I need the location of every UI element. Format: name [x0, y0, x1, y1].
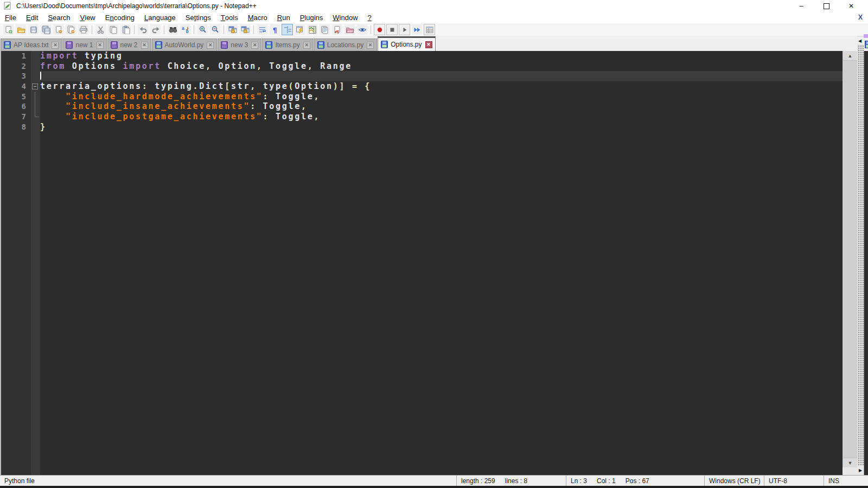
- paste-button[interactable]: [120, 24, 131, 35]
- menu-view[interactable]: View: [75, 12, 100, 23]
- code-line[interactable]: 6 "include_insane_achievements": Toggle,: [1, 101, 843, 112]
- vertical-scrollbar[interactable]: ▲ ▼: [843, 51, 857, 467]
- menu-plugins[interactable]: Plugins: [295, 12, 328, 23]
- saved-file-icon: [155, 41, 162, 49]
- fold-margin: [31, 71, 40, 81]
- macro-record-button[interactable]: [374, 24, 385, 35]
- menu-edit[interactable]: Edit: [21, 12, 43, 23]
- code-line[interactable]: 5 "include_hardmode_achievements": Toggl…: [1, 92, 843, 102]
- save-all-button[interactable]: [40, 24, 52, 35]
- menu-macro[interactable]: Macro: [243, 12, 272, 23]
- code-line[interactable]: 7 "include_postgame_achievements": Toggl…: [1, 112, 843, 122]
- save-all-icon: [42, 25, 50, 34]
- save-file-button[interactable]: [28, 24, 39, 35]
- copy-button[interactable]: [107, 24, 119, 35]
- code-editor[interactable]: 1import typing2from Options import Choic…: [0, 51, 843, 475]
- function-list-icon: f: [333, 25, 342, 34]
- close-all-button[interactable]: [65, 24, 76, 35]
- tab-close-icon[interactable]: ✕: [52, 42, 59, 49]
- fold-collapse-icon[interactable]: [31, 81, 40, 92]
- tab-close-icon[interactable]: ✕: [303, 42, 310, 49]
- minimize-button[interactable]: –: [789, 0, 814, 12]
- tab-autoworld-py[interactable]: AutoWorld.py✕: [152, 38, 218, 51]
- tab-close-icon[interactable]: ✕: [207, 42, 214, 49]
- folder-as-workspace-button[interactable]: [344, 24, 355, 35]
- tab-close-icon[interactable]: ✕: [97, 42, 104, 49]
- macro-run-multiple-button[interactable]: [411, 24, 423, 35]
- tab-scroll-left-icon[interactable]: ◀: [856, 37, 864, 44]
- tab-new-2[interactable]: new 2✕: [107, 38, 151, 51]
- define-language-button[interactable]: [294, 24, 305, 35]
- code-line[interactable]: 8}: [1, 122, 843, 132]
- menu-bar: FileEditSearchViewEncodingLanguageSettin…: [0, 12, 868, 24]
- fold-margin: [31, 51, 40, 61]
- zoom-in-button[interactable]: [197, 24, 208, 35]
- close-file-button[interactable]: [53, 24, 64, 35]
- menu-language[interactable]: Language: [139, 12, 181, 23]
- menu-settings[interactable]: Settings: [181, 12, 216, 23]
- macro-save-button[interactable]: [424, 24, 435, 35]
- open-file-button[interactable]: [15, 24, 27, 35]
- document-list-button[interactable]: [319, 24, 330, 35]
- macro-stop-button[interactable]: [386, 24, 398, 35]
- tab-close-icon[interactable]: ✕: [141, 42, 148, 49]
- folder-as-workspace-icon: [346, 25, 354, 34]
- menu-tools[interactable]: Tools: [216, 12, 243, 23]
- tab-close-icon[interactable]: ✕: [367, 42, 374, 49]
- eol-label: Windows (CR LF): [709, 477, 761, 485]
- status-insert-mode[interactable]: INS: [824, 476, 868, 486]
- view-splitter[interactable]: [857, 36, 864, 465]
- menu-window[interactable]: Window: [328, 12, 362, 23]
- print-button[interactable]: [78, 24, 89, 35]
- tab-close-icon[interactable]: ✕: [251, 42, 258, 49]
- undo-icon: [139, 25, 148, 34]
- redo-button[interactable]: [150, 24, 161, 35]
- fold-margin-filler: [31, 132, 40, 476]
- sync-vertical-scroll-button[interactable]: [227, 24, 238, 35]
- code-line[interactable]: 3: [1, 71, 843, 81]
- menu-[interactable]: ?: [363, 12, 376, 23]
- tab-new-3[interactable]: new 3✕: [218, 38, 261, 51]
- restore-button[interactable]: [814, 0, 839, 12]
- word-wrap-button[interactable]: [257, 24, 268, 35]
- replace-button[interactable]: ab: [180, 24, 191, 35]
- function-list-button[interactable]: f: [331, 24, 343, 35]
- sync-horizontal-scroll-button[interactable]: [239, 24, 251, 35]
- editor-empty-area[interactable]: [1, 132, 843, 476]
- new-file-button[interactable]: [3, 24, 14, 35]
- close-button[interactable]: ✕: [839, 0, 864, 12]
- menu-encoding[interactable]: Encoding: [100, 12, 139, 23]
- zoom-out-button[interactable]: [209, 24, 221, 35]
- show-indent-guide-button[interactable]: [282, 24, 293, 35]
- find-button[interactable]: [167, 24, 178, 35]
- code-line[interactable]: 1import typing: [1, 51, 843, 61]
- document-close-button[interactable]: X: [856, 13, 865, 22]
- tab-close-icon[interactable]: ✕: [425, 41, 432, 48]
- second-view-tab-strip: [864, 38, 868, 51]
- code-line[interactable]: 2from Options import Choice, Option, Tog…: [1, 61, 843, 72]
- scrollbar-thumb[interactable]: [843, 60, 857, 458]
- menu-search[interactable]: Search: [43, 12, 75, 23]
- tab-ap-ideas-txt[interactable]: AP Ideas.txt✕: [1, 38, 62, 51]
- tab-scroll-right-icon[interactable]: ▶: [857, 465, 864, 475]
- code-text: "include_postgame_achievements": Toggle,: [40, 112, 843, 122]
- tab-items-py[interactable]: Items.py✕: [262, 38, 313, 51]
- menu-file[interactable]: File: [0, 12, 21, 23]
- monitoring-button[interactable]: [356, 24, 368, 35]
- scroll-down-arrow-icon[interactable]: ▼: [843, 458, 857, 467]
- title-bar[interactable]: C:\Users\Dood\Documents\tmp\Archipelago\…: [0, 0, 868, 12]
- undo-button[interactable]: [137, 24, 149, 35]
- tab-locations-py[interactable]: Locations.py✕: [314, 38, 377, 51]
- macro-play-button[interactable]: [399, 24, 410, 35]
- status-eol[interactable]: Windows (CR LF): [704, 476, 764, 486]
- document-map-button[interactable]: [307, 24, 318, 35]
- show-all-characters-button[interactable]: ¶: [269, 24, 280, 35]
- scroll-up-arrow-icon[interactable]: ▲: [843, 51, 857, 60]
- cut-button[interactable]: [95, 24, 106, 35]
- status-encoding[interactable]: UTF-8: [764, 476, 824, 486]
- tab-new-1[interactable]: new 1✕: [62, 38, 106, 51]
- menu-run[interactable]: Run: [272, 12, 295, 23]
- tab-options-py[interactable]: Options.py✕: [378, 36, 435, 51]
- code-line[interactable]: 4terraria_options: typing.Dict[str, type…: [1, 81, 843, 92]
- redo-icon: [151, 25, 160, 34]
